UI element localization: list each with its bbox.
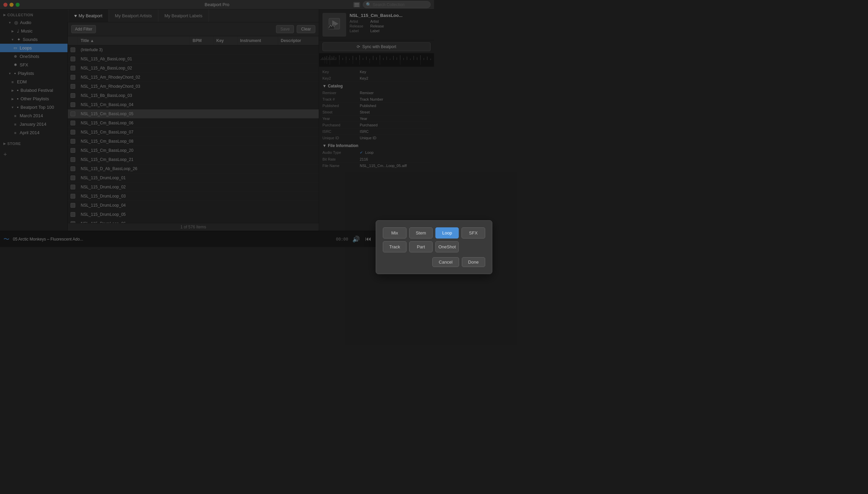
modal-mix-button[interactable]: Mix bbox=[383, 227, 406, 239]
modal-overlay[interactable]: Mix Stem Loop SFX Track Part OneShot Can… bbox=[0, 0, 434, 247]
audio-type-modal: Mix Stem Loop SFX Track Part OneShot Can… bbox=[376, 220, 434, 247]
modal-stem-button[interactable]: Stem bbox=[409, 227, 433, 239]
modal-row2: Track Part OneShot bbox=[383, 241, 434, 247]
modal-row1: Mix Stem Loop SFX bbox=[383, 227, 434, 239]
modal-part-button[interactable]: Part bbox=[409, 241, 433, 247]
modal-track-button[interactable]: Track bbox=[383, 241, 406, 247]
